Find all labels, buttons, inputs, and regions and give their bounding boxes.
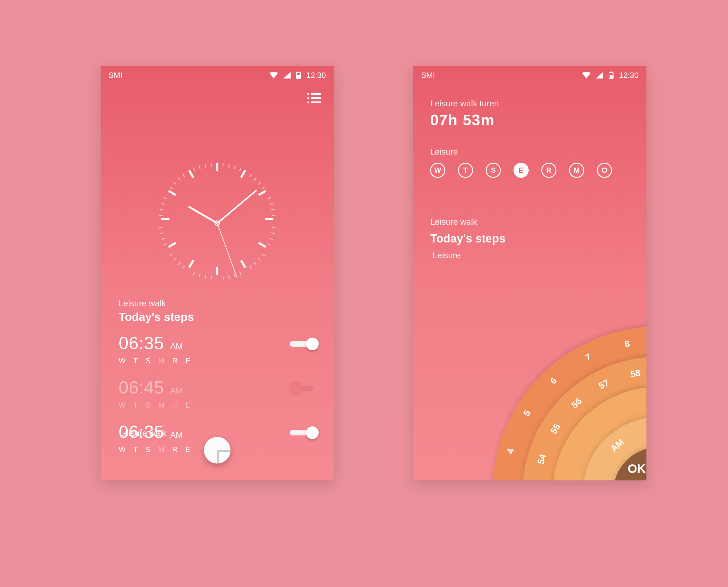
svg-rect-4 — [311, 93, 321, 95]
clock-tick — [161, 238, 165, 240]
add-alarm-button[interactable] — [204, 437, 230, 464]
alarm-day: E — [185, 357, 191, 365]
clock-tick — [270, 203, 273, 205]
clock-tick — [163, 197, 167, 199]
clock-tick — [168, 190, 176, 196]
elapsed-value: 07h 53m — [430, 112, 630, 129]
clock-tick — [159, 215, 162, 216]
clock-tick — [258, 242, 267, 248]
day-chip[interactable]: E — [514, 163, 529, 178]
clock-tick — [168, 242, 176, 248]
day-chip[interactable]: W — [430, 163, 445, 178]
clock-hour-hand — [188, 206, 218, 224]
status-time: 12:30 — [619, 71, 639, 80]
alarm-days: WTSMRE — [119, 357, 316, 365]
clock-tick — [160, 209, 163, 210]
alarm-time: 06:35 — [119, 333, 164, 353]
clock-tick — [188, 170, 194, 178]
clock-tick — [161, 218, 169, 220]
clock-tick — [205, 275, 206, 279]
clock-tick — [174, 182, 177, 185]
clock-tick — [270, 238, 273, 240]
clock-tick — [267, 197, 271, 199]
day-chip[interactable]: O — [597, 163, 612, 178]
clock-tick — [258, 190, 267, 196]
alarm-days: WTSMRE — [119, 401, 316, 409]
toggle-knob — [306, 426, 319, 439]
signal-icon — [596, 72, 603, 78]
alarm-day: M — [158, 445, 165, 454]
status-bar: SMI 12:30 — [100, 66, 334, 84]
clock-tick — [199, 165, 201, 169]
day-chip[interactable]: T — [458, 163, 473, 178]
day-chip[interactable]: S — [486, 163, 501, 178]
svg-rect-2 — [297, 75, 300, 78]
clock-tick — [234, 165, 236, 169]
clock-tick — [240, 170, 246, 178]
battery-icon — [609, 72, 614, 79]
clock-tick — [254, 262, 257, 265]
alarm-toggle[interactable] — [290, 426, 319, 439]
svg-point-7 — [307, 101, 309, 103]
alarm-day: W — [119, 401, 127, 409]
alarm-day: W — [119, 357, 127, 365]
clock-tick — [178, 178, 181, 181]
alarm-toggle[interactable] — [290, 337, 319, 350]
footer-label: Leisure walk — [119, 428, 166, 438]
clock-tick — [240, 260, 246, 268]
clock-tick — [216, 267, 219, 275]
clock-tick — [272, 215, 275, 216]
elapsed-label: Leisure walk turen — [430, 99, 630, 109]
clock-tick — [193, 168, 196, 171]
clock-tick — [258, 258, 261, 261]
clock-minute-hand — [217, 190, 257, 224]
status-time: 12:30 — [306, 71, 326, 80]
toggle-knob — [290, 382, 302, 395]
alarm-day: T — [134, 357, 139, 365]
wifi-icon — [270, 72, 278, 78]
alarm-toggle[interactable] — [290, 382, 319, 395]
day-chip[interactable]: M — [569, 163, 584, 178]
day-chips: WTSERMO — [430, 163, 630, 178]
clock-tick — [267, 243, 271, 246]
clock-tick — [272, 227, 275, 228]
day-chip[interactable]: R — [541, 163, 556, 178]
toggle-knob — [306, 337, 319, 350]
clock-tick — [223, 163, 224, 167]
radial-time-picker[interactable]: OK 345678953545556575859TMAMEM — [471, 305, 646, 480]
alarm-ampm: AM — [170, 342, 183, 351]
clock-tick — [216, 163, 219, 171]
svg-rect-11 — [610, 75, 613, 78]
block2-label: Leisure walk — [430, 217, 505, 227]
clock-tick — [210, 163, 212, 167]
clock-tick — [174, 258, 177, 261]
alarm-time: 06:45 — [119, 377, 164, 397]
clock-tick — [265, 218, 273, 220]
phone-alarm-list: SMI 12:30 Leisure walk Today's steps 06:… — [100, 66, 334, 480]
alarm-row[interactable]: 06:35 AM WTSMRE — [119, 324, 316, 368]
alarm-row[interactable]: 06:45 AM WTSMRE — [119, 368, 316, 413]
clock-tick — [223, 276, 224, 280]
alarm-day: R — [172, 401, 179, 409]
clock-tick — [254, 178, 257, 181]
status-carrier: SMI — [109, 71, 122, 80]
alarm-ampm: AM — [170, 386, 183, 396]
clock-tick — [249, 265, 252, 269]
alarm-day: S — [145, 445, 152, 454]
clock-tick — [271, 232, 275, 234]
wifi-icon — [582, 72, 591, 78]
clock-tick — [161, 203, 165, 205]
picker-minute[interactable]: 58 — [630, 368, 641, 380]
clock-tick — [258, 182, 261, 185]
alarm-day: M — [158, 357, 165, 365]
alarm-day: W — [119, 445, 127, 454]
clock-tick — [178, 262, 181, 265]
list-menu-button[interactable] — [306, 92, 322, 104]
block2-title: Today's steps — [430, 232, 505, 245]
section-title: Today's steps — [119, 311, 316, 324]
clock-tick — [228, 275, 230, 279]
picker-ok-label[interactable]: OK — [628, 462, 646, 475]
clock-second-hand — [217, 223, 237, 277]
clock-tick — [160, 232, 163, 234]
alarm-day: R — [172, 445, 179, 454]
